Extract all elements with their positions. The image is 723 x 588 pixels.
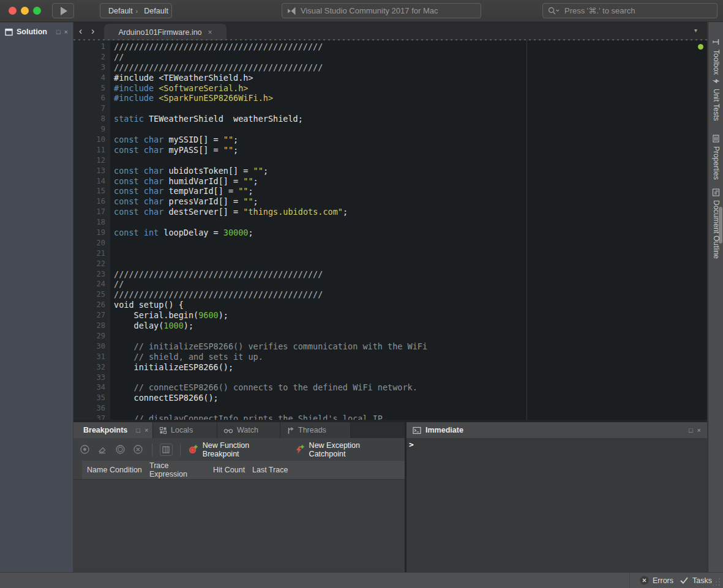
column-header-last-trace[interactable]: Last Trace	[247, 461, 296, 479]
errors-button[interactable]: Errors	[640, 573, 673, 588]
code-line[interactable]	[114, 259, 427, 269]
line-number[interactable]: 32	[73, 362, 105, 373]
traffic-light-minimize[interactable]	[21, 7, 29, 15]
tab-locals[interactable]: Locals	[153, 422, 217, 438]
line-number[interactable]: 7	[73, 103, 105, 114]
line-number[interactable]: 36	[73, 403, 105, 414]
tab-threads[interactable]: Threads	[280, 422, 351, 438]
code-line[interactable]: const char mySSID[] = "";	[114, 135, 427, 145]
code-text-area[interactable]: ////////////////////////////////////////…	[114, 42, 427, 420]
solution-pad-dock-button[interactable]: □	[56, 28, 61, 35]
code-line[interactable]	[114, 331, 427, 341]
code-editor[interactable]: 1234567891011121314151617181920212223242…	[73, 40, 707, 420]
line-number[interactable]: 9	[73, 124, 105, 135]
code-line[interactable]: #include <SoftwareSerial.h>	[114, 83, 427, 94]
run-button[interactable]	[52, 3, 74, 18]
breakpoints-list[interactable]	[73, 480, 405, 572]
line-number[interactable]: 11	[73, 145, 105, 155]
line-number[interactable]: 5	[73, 83, 105, 94]
code-line[interactable]: Serial.begin(9600);	[114, 310, 427, 321]
line-number[interactable]: 19	[73, 228, 105, 238]
line-number[interactable]: 37	[73, 414, 105, 420]
code-line[interactable]: const char ubidotsToken[] = "";	[114, 166, 427, 176]
solution-pad-close-button[interactable]: ×	[64, 28, 68, 35]
line-number[interactable]: 29	[73, 331, 105, 341]
code-line[interactable]: const char myPASS[] = "";	[114, 145, 427, 155]
window-scrollbar-thumb[interactable]	[719, 207, 722, 244]
line-number[interactable]: 35	[73, 393, 105, 403]
sidebar-tab-unit-tests[interactable]: Unit Tests	[708, 77, 723, 121]
new-breakpoint-button[interactable]	[80, 444, 90, 455]
line-number[interactable]: 34	[73, 382, 105, 393]
code-line[interactable]	[114, 124, 427, 135]
pad-close-button[interactable]: ×	[144, 426, 148, 434]
document-tab-close-button[interactable]: ×	[208, 28, 212, 37]
code-line[interactable]	[114, 217, 427, 228]
line-number[interactable]: 20	[73, 238, 105, 248]
line-number[interactable]: 24	[73, 279, 105, 289]
code-line[interactable]: ////////////////////////////////////////…	[114, 42, 427, 52]
code-line[interactable]: ////////////////////////////////////////…	[114, 269, 427, 280]
line-number[interactable]: 10	[73, 135, 105, 145]
navigate-forward-button[interactable]: ›	[91, 24, 94, 38]
line-number[interactable]: 22	[73, 259, 105, 269]
line-number[interactable]: 21	[73, 248, 105, 259]
line-number[interactable]: 33	[73, 373, 105, 383]
code-line[interactable]: static TEWeatherShield weatherShield;	[114, 114, 427, 124]
line-number[interactable]: 4	[73, 73, 105, 83]
code-line[interactable]: const char pressVarId[] = "";	[114, 196, 427, 207]
column-header-condition[interactable]: Condition	[105, 461, 144, 479]
line-number[interactable]: 15	[73, 186, 105, 196]
code-line[interactable]: // initializeESP8266() verifies communic…	[114, 341, 427, 352]
line-number[interactable]: 31	[73, 352, 105, 362]
build-configuration-selector[interactable]: Default › Default	[100, 3, 172, 18]
line-number[interactable]: 14	[73, 176, 105, 187]
code-line[interactable]	[114, 238, 427, 248]
error-health-indicator[interactable]	[698, 44, 703, 50]
sidebar-tab-properties[interactable]: Properties	[708, 135, 723, 180]
code-line[interactable]: void setup() {	[114, 300, 427, 310]
code-line[interactable]	[114, 248, 427, 259]
line-number[interactable]: 27	[73, 310, 105, 321]
editor-gutter[interactable]: 1234567891011121314151617181920212223242…	[73, 40, 110, 420]
clear-breakpoint-button[interactable]	[97, 444, 108, 455]
code-line[interactable]	[114, 103, 427, 114]
tasks-button[interactable]: Tasks	[680, 573, 712, 588]
line-number[interactable]: 26	[73, 300, 105, 310]
sidebar-tab-toolbox[interactable]: Toolbox	[708, 38, 723, 75]
line-number[interactable]: 6	[73, 93, 105, 103]
code-line[interactable]	[114, 373, 427, 383]
line-number[interactable]: 25	[73, 289, 105, 300]
document-list-dropdown-button[interactable]: ▾	[694, 27, 697, 34]
column-header-trace-expression[interactable]: Trace Expression	[144, 461, 208, 479]
code-line[interactable]: const int loopDelay = 30000;	[114, 228, 427, 238]
column-header-hit-count[interactable]: Hit Count	[208, 461, 247, 479]
line-number[interactable]: 23	[73, 269, 105, 280]
line-number[interactable]: 30	[73, 341, 105, 352]
immediate-console[interactable]: >	[406, 438, 707, 572]
line-number[interactable]: 8	[73, 114, 105, 124]
code-line[interactable]: connectESP8266();	[114, 393, 427, 403]
line-number[interactable]: 2	[73, 52, 105, 62]
line-number[interactable]: 1	[73, 42, 105, 52]
document-tab[interactable]: Arduino101Firmware.ino ×	[104, 24, 227, 40]
resize-grip[interactable]	[711, 577, 721, 587]
code-line[interactable]: #include <TEWeatherShield.h>	[114, 73, 427, 83]
immediate-dock-button[interactable]: □	[689, 426, 693, 434]
line-number[interactable]: 16	[73, 196, 105, 207]
line-number[interactable]: 13	[73, 166, 105, 176]
new-exception-catchpoint-button[interactable]: New Exception Catchpoint	[294, 441, 394, 458]
code-line[interactable]: //	[114, 52, 427, 62]
code-line[interactable]: #include <SparkFunESP8266WiFi.h>	[114, 93, 427, 103]
code-line[interactable]: //	[114, 279, 427, 289]
tab-watch[interactable]: Watch	[217, 422, 280, 438]
traffic-light-zoom[interactable]	[33, 7, 41, 15]
line-number[interactable]: 28	[73, 321, 105, 331]
code-line[interactable]: ////////////////////////////////////////…	[114, 289, 427, 300]
code-line[interactable]	[114, 155, 427, 166]
traffic-light-close[interactable]	[9, 7, 17, 15]
code-line[interactable]: const char tempVarId[] = "";	[114, 186, 427, 196]
code-line[interactable]: const char humidVarId[] = "";	[114, 176, 427, 187]
code-line[interactable]: // shield, and sets it up.	[114, 352, 427, 362]
navigate-back-button[interactable]: ‹	[79, 24, 82, 38]
